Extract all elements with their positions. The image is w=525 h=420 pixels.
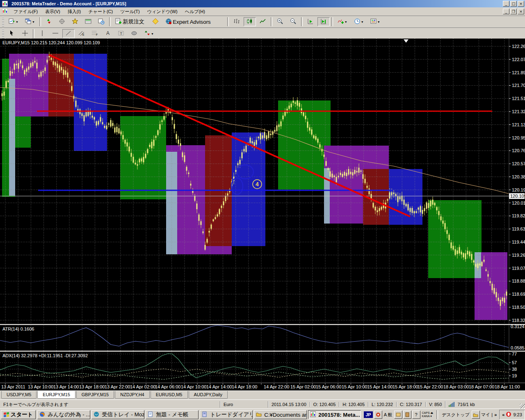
- zone-rect[interactable]: [278, 100, 331, 189]
- desktop-toolbar-extra[interactable]: マイ |: [480, 412, 493, 418]
- mail-icon: [94, 411, 100, 418]
- chevron-down-icon[interactable]: ▼: [345, 21, 347, 23]
- adx-scale-label: 77: [512, 352, 517, 356]
- equidistant-channel-button[interactable]: E: [75, 29, 88, 38]
- profiles-button[interactable]: ▼: [22, 17, 38, 26]
- ime-pad-icon[interactable]: [394, 411, 402, 419]
- data-window-button[interactable]: [56, 17, 68, 26]
- price-axis-label: 121.890: [512, 70, 525, 75]
- tester-icon: [98, 18, 105, 26]
- chevron-down-icon[interactable]: ▼: [32, 21, 35, 23]
- menu-chart[interactable]: チャート(C): [84, 8, 116, 15]
- market-watch-button[interactable]: [43, 17, 55, 26]
- arrows-button[interactable]: ▼: [141, 29, 157, 38]
- chart-canvas[interactable]: 4122.265122.075121.890121.700121.515121.…: [0, 39, 525, 390]
- expert-advisors-button[interactable]: Expert Advisors: [162, 17, 215, 26]
- candlestick-chart-button[interactable]: [244, 17, 256, 26]
- menu-insert[interactable]: 挿入(I): [64, 8, 84, 15]
- auto-scroll-button[interactable]: [304, 17, 317, 26]
- new-order-button[interactable]: 新規注文: [112, 17, 148, 26]
- price-axis-label: 118.695: [512, 292, 525, 297]
- trendline-button[interactable]: [62, 29, 75, 38]
- new-chart-button[interactable]: ▼: [6, 17, 21, 26]
- folder-icon[interactable]: [472, 411, 480, 419]
- child-minimize-button[interactable]: _: [503, 9, 509, 14]
- line-studies-toolbar: EFAT▼: [0, 28, 525, 40]
- task-explorer[interactable]: C:¥Documents an...: [254, 410, 307, 419]
- menu-help[interactable]: ヘルプ(H): [181, 8, 209, 15]
- tab-audjpy-daily[interactable]: AUDJPY,Daily: [189, 391, 228, 399]
- line-chart-button[interactable]: [257, 17, 269, 26]
- language-jp-button[interactable]: JP: [364, 411, 372, 418]
- close-button[interactable]: ×: [518, 1, 524, 7]
- toolbar-drag-handle[interactable]: [2, 29, 4, 38]
- app-icon: [2, 1, 9, 7]
- tab-nzdjpy-h4[interactable]: NZDJPY,H4: [115, 391, 149, 399]
- zone-rect[interactable]: [428, 200, 482, 278]
- periods-button[interactable]: ▼: [351, 17, 367, 26]
- caps-kana-indicator[interactable]: CAPS ⏏KANA ▾: [422, 411, 434, 418]
- zoom-out-button[interactable]: [287, 17, 299, 26]
- tab-eurusd-m5[interactable]: EURUSD,M5: [151, 391, 188, 399]
- ime-help-button[interactable]: ?: [412, 411, 420, 419]
- desktop-toolbar-label[interactable]: デスクトップ: [440, 412, 471, 418]
- ellipse-button[interactable]: [128, 29, 140, 38]
- menu-tools[interactable]: ツール(T): [116, 8, 144, 15]
- chevron-down-icon[interactable]: ▼: [16, 21, 18, 23]
- zone-rect[interactable]: [48, 54, 74, 116]
- horizontal-line-button[interactable]: [49, 29, 62, 38]
- tab-usdjpy-m5[interactable]: USDJPY,M5: [1, 391, 37, 399]
- chevron-down-icon[interactable]: ▼: [361, 21, 364, 23]
- task-metatrader[interactable]: 2001578: Meta...: [308, 410, 361, 419]
- task-diary[interactable]: トレードダイアリーテ...: [200, 410, 253, 419]
- zone-rect[interactable]: [9, 79, 15, 196]
- ime-red-icon[interactable]: [374, 411, 382, 419]
- indicators-button[interactable]: ▼: [335, 17, 350, 26]
- ime-mode-button[interactable]: A 般: [383, 412, 394, 418]
- task-firefox[interactable]: みんなの外為 - ...: [37, 410, 90, 419]
- shift-icon: [320, 18, 327, 26]
- status-traffic: 716/1 kb: [445, 401, 478, 408]
- child-close-button[interactable]: ×: [518, 9, 524, 14]
- crosshair-button[interactable]: [19, 29, 31, 38]
- navigator-button[interactable]: [69, 17, 81, 26]
- text-label-button[interactable]: T: [115, 29, 127, 38]
- toolbar-separator: [33, 29, 34, 38]
- text-button[interactable]: A: [102, 29, 114, 38]
- templates-icon: [370, 18, 377, 26]
- status-high: H: 120.405: [339, 402, 368, 407]
- tray-opera-icon[interactable]: [506, 411, 511, 418]
- navigator-icon: [72, 18, 78, 26]
- metaeditor-button[interactable]: [149, 17, 162, 26]
- annotation-circled-4[interactable]: 4: [256, 181, 259, 187]
- tray-clock[interactable]: 9:23: [513, 412, 522, 417]
- zoom-in-button[interactable]: [274, 17, 286, 26]
- bar-chart-button[interactable]: [231, 17, 243, 26]
- tray-collapse-chevron[interactable]: «: [502, 412, 504, 417]
- fibonacci-button[interactable]: F: [89, 29, 101, 38]
- chart-shift-button[interactable]: [317, 17, 330, 26]
- tab-eurjpy-m15[interactable]: EURJPY,M15: [37, 391, 75, 399]
- child-restore-button[interactable]: ❐: [510, 9, 517, 14]
- svg-text:A: A: [106, 30, 110, 36]
- menu-window[interactable]: ウィンドウ(W): [144, 8, 181, 15]
- taskbar: スタート みんなの外為 - ...受信トレイ - Mozil...無題 - メモ…: [0, 409, 525, 420]
- task-mail[interactable]: 受信トレイ - Mozil...: [91, 410, 144, 419]
- tab-gbpjpy-m15[interactable]: GBPJPY,M15: [76, 391, 114, 399]
- terminal-button[interactable]: [82, 17, 94, 26]
- menu-file[interactable]: ファイル(F): [10, 8, 41, 15]
- maximize-button[interactable]: □: [510, 1, 517, 7]
- vertical-line-button[interactable]: [36, 29, 48, 38]
- chevron-down-icon[interactable]: ▼: [151, 32, 154, 35]
- templates-button[interactable]: ▼: [368, 17, 383, 26]
- minimize-button[interactable]: _: [503, 1, 509, 7]
- strategy-tester-button[interactable]: [95, 17, 107, 26]
- start-button[interactable]: スタート: [1, 410, 36, 419]
- ime-dictionary-icon[interactable]: [403, 411, 411, 419]
- chevron-down-icon[interactable]: ▼: [377, 21, 380, 23]
- task-notepad[interactable]: 無題 - メモ帳: [146, 410, 199, 419]
- cursor-button[interactable]: [6, 29, 18, 38]
- toolbar-overflow-chevron[interactable]: »: [493, 412, 498, 417]
- toolbar-drag-handle[interactable]: [2, 17, 4, 26]
- menu-view[interactable]: 表示(V): [41, 8, 64, 15]
